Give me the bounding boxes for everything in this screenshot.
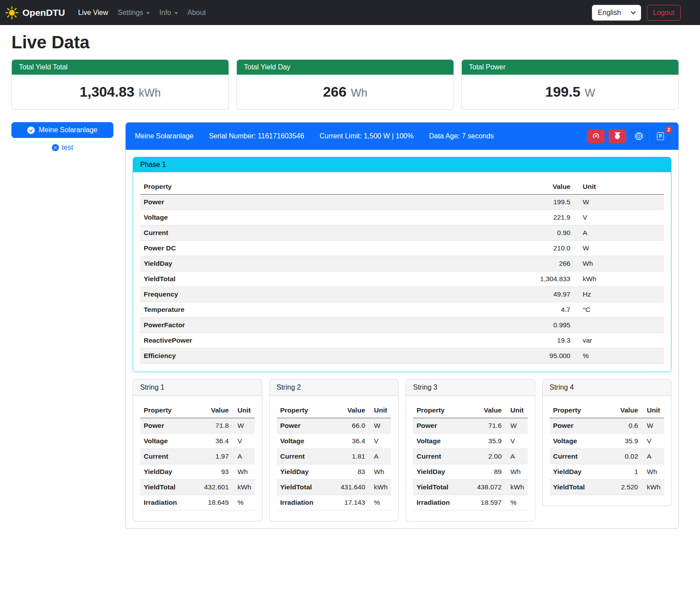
chevron-down-icon xyxy=(146,12,150,14)
unit-cell: Hz xyxy=(574,287,664,302)
device-info-button[interactable] xyxy=(630,129,648,143)
check-circle-icon xyxy=(27,127,35,134)
property-cell: YieldDay xyxy=(413,464,464,480)
table-row: Temperature4.7°C xyxy=(140,302,664,318)
property-cell: YieldDay xyxy=(140,464,192,480)
nav-item-label: About xyxy=(188,9,206,17)
value-cell: 71.6 xyxy=(464,418,505,434)
unit-cell: V xyxy=(642,434,664,449)
gauge-icon xyxy=(592,132,600,140)
value-cell: 49.97 xyxy=(399,287,574,302)
table-row: YieldDay93Wh xyxy=(140,464,255,480)
table-row: Efficiency95.000% xyxy=(140,348,664,364)
col-value: Value xyxy=(192,403,232,418)
unit-cell: % xyxy=(232,495,255,510)
value-cell: 199.5 xyxy=(399,195,574,210)
table-row: YieldTotal431.640kWh xyxy=(277,480,392,495)
table-row: YieldTotal2.520kWh xyxy=(550,480,664,495)
inverter-select-item-test[interactable]: test xyxy=(11,142,113,153)
brand-text: OpenDTU xyxy=(22,7,65,18)
property-cell: YieldDay xyxy=(550,464,606,480)
inverter-sidebar: Meine Solaranlage test xyxy=(11,122,113,153)
string-body: Property Value Unit Power71.6WVoltage35.… xyxy=(406,396,535,521)
table-row: YieldTotal432.601kWh xyxy=(140,480,255,495)
string-title: String 2 xyxy=(270,380,399,396)
value-cell: 66.0 xyxy=(328,418,369,434)
unit-cell: kWh xyxy=(574,271,664,287)
property-cell: YieldTotal xyxy=(140,271,399,287)
phase-title: Phase 1 xyxy=(133,157,671,172)
table-row: Power71.8W xyxy=(140,418,255,434)
property-cell: Current xyxy=(277,449,328,464)
string-card-4: String 4 Property Value Unit xyxy=(542,379,672,506)
string-title: String 4 xyxy=(543,380,671,396)
property-cell: ReactivePower xyxy=(140,333,399,348)
summary-card-title: Total Power xyxy=(462,60,678,75)
table-row: Voltage35.9V xyxy=(550,434,664,449)
table-row: Power DC210.0W xyxy=(140,241,664,256)
serial-number: Serial Number: 116171603546 xyxy=(209,132,304,140)
unit-cell: kWh xyxy=(642,480,664,495)
string-body: Property Value Unit Power66.0WVoltage36.… xyxy=(270,396,399,521)
inverter-select-button-meine-solaranlage[interactable]: Meine Solaranlage xyxy=(11,122,113,138)
table-row: Frequency49.97Hz xyxy=(140,287,664,302)
table-header-row: Property Value Unit xyxy=(140,179,664,195)
string-card-3: String 3 Property Value Unit xyxy=(406,379,535,521)
unit-cell: var xyxy=(574,333,664,348)
string-body: Property Value Unit Power0.6WVoltage35.9… xyxy=(543,396,671,506)
table-row: Irradiation18.649% xyxy=(140,495,255,510)
value-cell: 0.6 xyxy=(606,418,642,434)
logout-button[interactable]: Logout xyxy=(647,5,681,21)
unit-cell: V xyxy=(232,434,255,449)
unit-cell: Wh xyxy=(369,464,391,480)
table-row: Current0.02A xyxy=(550,449,664,464)
summary-card-unit: Wh xyxy=(351,87,367,99)
property-cell: Irradiation xyxy=(140,495,192,510)
property-cell: Irradiation xyxy=(413,495,464,510)
property-cell: Voltage xyxy=(550,434,606,449)
brand[interactable]: OpenDTU xyxy=(5,6,65,19)
event-log-button[interactable]: 2 xyxy=(652,129,669,143)
content-row: Meine Solaranlage test Meine Solaranlage… xyxy=(11,122,679,542)
table-row: Current1.81A xyxy=(277,449,392,464)
table-row: Power66.0W xyxy=(277,418,392,434)
value-cell: 18.597 xyxy=(464,495,505,510)
col-value: Value xyxy=(606,403,642,418)
unit-cell: Wh xyxy=(232,464,255,480)
phase-data-table: Property Value Unit Power199.5WVoltage22… xyxy=(140,179,664,364)
value-cell: 2.00 xyxy=(464,449,505,464)
table-row: Current2.00A xyxy=(413,449,528,464)
string-body: Property Value Unit Power71.8WVoltage36.… xyxy=(133,396,262,521)
table-header-row: Property Value Unit xyxy=(413,403,528,418)
nav-item-live-view[interactable]: Live View xyxy=(75,5,112,20)
value-cell: 1.97 xyxy=(192,449,232,464)
summary-card-title: Total Yield Day xyxy=(237,60,453,75)
summary-card-body: 199.5 W xyxy=(462,75,678,109)
nav-item-info[interactable]: Info xyxy=(156,5,181,20)
col-unit: Unit xyxy=(642,403,664,418)
string-data-table: Property Value Unit Power66.0WVoltage36.… xyxy=(277,403,392,510)
unit-cell: % xyxy=(369,495,391,510)
unit-cell: Wh xyxy=(642,464,664,480)
table-row: ReactivePower19.3var xyxy=(140,333,664,348)
power-button[interactable] xyxy=(609,129,626,143)
property-cell: Power xyxy=(140,195,399,210)
value-cell: 36.4 xyxy=(328,434,369,449)
value-cell: 71.8 xyxy=(192,418,232,434)
property-cell: Current xyxy=(550,449,606,464)
value-cell: 35.9 xyxy=(606,434,642,449)
unit-cell: % xyxy=(505,495,528,510)
table-row: Power199.5W xyxy=(140,195,664,210)
nav-item-about[interactable]: About xyxy=(184,5,210,20)
unit-cell: V xyxy=(505,434,528,449)
value-cell: 1 xyxy=(606,464,642,480)
language-select[interactable]: English xyxy=(592,5,641,21)
strings-row: String 1 Property Value Unit xyxy=(133,379,671,521)
table-row: YieldDay1Wh xyxy=(550,464,664,480)
nav-item-settings[interactable]: Settings xyxy=(114,5,153,20)
limit-settings-button[interactable] xyxy=(587,129,605,143)
chevron-down-icon xyxy=(174,12,178,14)
table-row: Irradiation18.597% xyxy=(413,495,528,510)
value-cell: 266 xyxy=(399,256,574,271)
table-row: Current0.90A xyxy=(140,225,664,241)
